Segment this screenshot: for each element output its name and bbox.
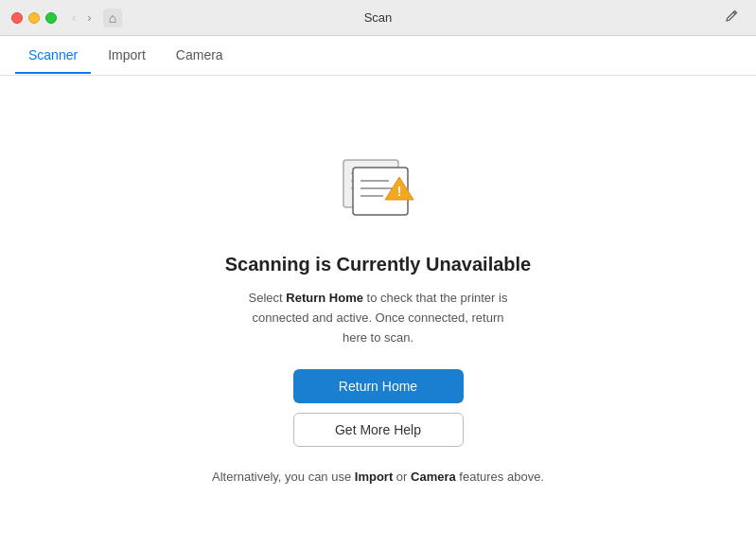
status-description: Select Return Home to check that the pri… bbox=[246, 289, 511, 347]
back-arrow-button[interactable]: ‹ bbox=[68, 9, 79, 27]
home-button[interactable]: ⌂ bbox=[103, 9, 122, 27]
tab-bar: Scanner Import Camera bbox=[0, 36, 756, 76]
status-title: Scanning is Currently Unavailable bbox=[225, 254, 531, 275]
alt-bold-2: Camera bbox=[411, 470, 456, 484]
traffic-lights bbox=[11, 12, 57, 24]
return-home-button[interactable]: Return Home bbox=[293, 369, 464, 403]
status-desc-text1: Select bbox=[249, 291, 287, 305]
scanner-icon-wrap: ! bbox=[322, 142, 435, 237]
edit-icon-button[interactable] bbox=[718, 7, 745, 29]
svg-text:!: ! bbox=[396, 184, 401, 199]
nav-arrows: ‹ › bbox=[68, 9, 96, 27]
forward-arrow-button[interactable]: › bbox=[83, 9, 95, 27]
alt-text-3: features above. bbox=[456, 470, 544, 484]
alt-text: Alternatively, you can use Import or Cam… bbox=[212, 470, 544, 484]
maximize-button[interactable] bbox=[45, 12, 57, 24]
scanner-warning-icon: ! bbox=[326, 147, 431, 232]
get-more-help-button[interactable]: Get More Help bbox=[293, 413, 464, 447]
alt-text-1: Alternatively, you can use bbox=[212, 470, 355, 484]
tab-camera[interactable]: Camera bbox=[163, 38, 237, 74]
alt-bold-1: Import bbox=[355, 470, 393, 484]
close-button[interactable] bbox=[11, 12, 23, 24]
return-home-inline: Return Home bbox=[286, 291, 363, 305]
tab-scanner[interactable]: Scanner bbox=[15, 38, 91, 74]
alt-text-2: or bbox=[393, 470, 411, 484]
main-content: ! Scanning is Currently Unavailable Sele… bbox=[0, 76, 756, 550]
window-title: Scan bbox=[364, 10, 393, 25]
minimize-button[interactable] bbox=[28, 12, 40, 24]
pencil-icon bbox=[724, 9, 739, 24]
tab-import[interactable]: Import bbox=[95, 38, 159, 74]
title-bar: ‹ › ⌂ Scan bbox=[0, 0, 756, 36]
